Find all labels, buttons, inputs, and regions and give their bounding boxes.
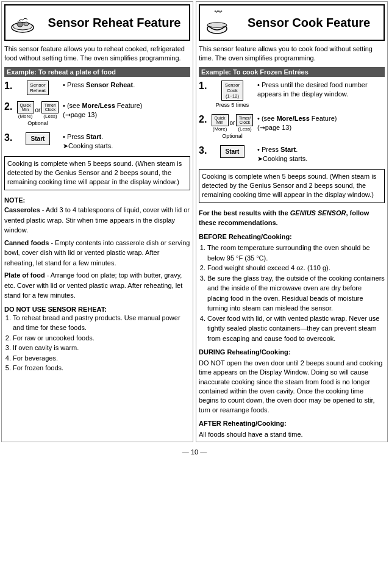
before-title: BEFORE Reheating/Cooking: (199, 232, 385, 242)
do-not-item-3: If oven cavity is warm. (13, 343, 190, 353)
timer-clock-button[interactable]: Timer/ Clock (41, 101, 59, 113)
after-text: All foods should have a stand time. (199, 430, 385, 439)
reheat-icon (8, 8, 37, 37)
cook-step-2-left: Quick Min (More) or Timer/ Clock (Less) … (211, 114, 254, 139)
press-times-label: Press 5 times (216, 102, 249, 108)
cook-step-1-left: Sensor Cook (1~12) Press 5 times (211, 81, 254, 108)
cook-start-button[interactable]: Start (220, 145, 245, 158)
cook-step-1-number: 1. (199, 81, 210, 91)
start-button[interactable]: Start (26, 132, 51, 145)
before-item-3: Be sure the glass tray, the outside of t… (207, 273, 385, 314)
cook-timer-clock-button[interactable]: Timer/ Clock (236, 114, 253, 126)
reheat-completion: Cooking is complete when 5 beeps sound. … (4, 156, 190, 190)
optional-label: Optional (27, 120, 48, 126)
reheat-step-2: 2. Quick Min (More) or Timer/ Clock (Les… (4, 100, 190, 127)
during-text: DO NOT open the oven door until 2 beeps … (199, 359, 385, 415)
before-item-2: Food weight should exceed 4 oz. (110 g). (207, 263, 385, 273)
step-3-left: Start (16, 132, 59, 145)
sensor-cook-button[interactable]: Sensor Cook (1~12) (221, 81, 243, 101)
cook-step-2: 2. Quick Min (More) or Timer/ Clock (Les… (199, 113, 385, 140)
cook-step-3: 3. Start • Press Start.➤Cooking starts. (199, 144, 385, 165)
cook-icon (202, 8, 232, 37)
do-not-item-2: For raw or uncooked foods. (13, 333, 190, 343)
reheat-step-1: 1. Sensor Reheat • Press Sensor Reheat. (4, 79, 190, 96)
cook-quick-min-button[interactable]: Quick Min (212, 114, 229, 126)
cook-intro: This sensor feature allows you to cook f… (199, 45, 385, 63)
cook-header: Sensor Cook Feature (199, 4, 385, 41)
do-not-item-4: For beverages. (13, 353, 190, 364)
step-2-number: 2. (4, 101, 15, 112)
step-2-instruction: • (see More/Less Feature)(➞page 13) (63, 101, 190, 120)
quick-min-button[interactable]: Quick Min (17, 101, 34, 113)
reheat-step-3: 3. Start • Press Start.➤Cooking starts. (4, 131, 190, 152)
cook-step-2-number: 2. (199, 114, 210, 125)
canned-foods-note: Canned foods - Empty contents into casse… (4, 238, 190, 268)
before-item-4: Cover food with lid, or with vented plas… (207, 314, 385, 344)
step-3-number: 3. (4, 132, 15, 143)
best-results-title: For the best results with the GENIUS SEN… (199, 208, 385, 228)
reheat-intro: This sensor feature allows you to reheat… (4, 45, 190, 63)
step-2-left: Quick Min (More) or Timer/ Clock (Less) … (16, 101, 59, 126)
step-1-left: Sensor Reheat (16, 81, 59, 95)
cook-step-1-instruction: • Press until the desired food number ap… (257, 81, 385, 99)
do-not-section: DO NOT USE SENSOR REHEAT: To reheat brea… (4, 306, 190, 373)
do-not-list: To reheat bread and pastry products. Use… (13, 313, 190, 373)
page-number: — 10 — (0, 448, 389, 456)
step-1-instruction: • Press Sensor Reheat. (63, 81, 190, 90)
cook-step-3-number: 3. (199, 145, 210, 156)
sensor-reheat-button[interactable]: Sensor Reheat (27, 81, 49, 95)
optional-buttons-row: Quick Min (More) or Timer/ Clock (Less) (17, 101, 59, 119)
during-title: DURING Reheating/Cooking: (199, 347, 385, 357)
casseroles-note: Casseroles - Add 3 to 4 tablespoons of l… (4, 205, 190, 235)
reheat-title: Sensor Reheat Feature (42, 15, 187, 30)
cook-step-2-instruction: • (see More/Less Feature)(➞page 13) (257, 114, 385, 133)
note-section: NOTE: Casseroles - Add 3 to 4 tablespoon… (4, 195, 190, 301)
best-results-section: For the best results with the GENIUS SEN… (199, 208, 385, 439)
sensor-reheat-column: Sensor Reheat Feature This sensor featur… (1, 1, 193, 442)
cook-example-header: Example: To cook Frozen Entrées (199, 67, 385, 77)
svg-point-6 (207, 23, 227, 27)
sensor-cook-column: Sensor Cook Feature This sensor feature … (196, 1, 388, 442)
svg-point-2 (17, 22, 23, 27)
cook-completion: Cooking is complete when 5 beeps sound. … (199, 169, 385, 203)
do-not-item-1: To reheat bread and pastry products. Use… (13, 313, 190, 333)
cook-optional-buttons-row: Quick Min (More) or Timer/ Clock (Less) (212, 114, 254, 132)
cook-optional-label: Optional (222, 133, 243, 139)
after-title: AFTER Reheating/Cooking: (199, 418, 385, 429)
cook-title: Sensor Cook Feature (237, 15, 381, 30)
or-label: or (35, 107, 41, 113)
reheat-example-header: Example: To reheat a plate of food (4, 67, 190, 77)
svg-point-3 (24, 22, 29, 26)
note-title: NOTE: (4, 195, 190, 206)
step-3-instruction: • Press Start.➤Cooking starts. (63, 132, 190, 151)
before-item-1: The room temperature surrounding the ove… (207, 243, 385, 263)
do-not-item-5: For frozen foods. (13, 363, 190, 373)
cook-step-1: 1. Sensor Cook (1~12) Press 5 times • Pr… (199, 79, 385, 109)
cook-or-label: or (230, 120, 235, 126)
plate-of-food-note: Plate of food - Arrange food on plate; t… (4, 270, 190, 301)
before-list: The room temperature surrounding the ove… (207, 243, 385, 343)
reheat-header: Sensor Reheat Feature (4, 4, 190, 41)
do-not-title: DO NOT USE SENSOR REHEAT: (4, 306, 190, 313)
step-1-number: 1. (4, 81, 15, 91)
cook-step-3-instruction: • Press Start.➤Cooking starts. (257, 145, 385, 164)
cook-step-3-left: Start (211, 145, 254, 158)
